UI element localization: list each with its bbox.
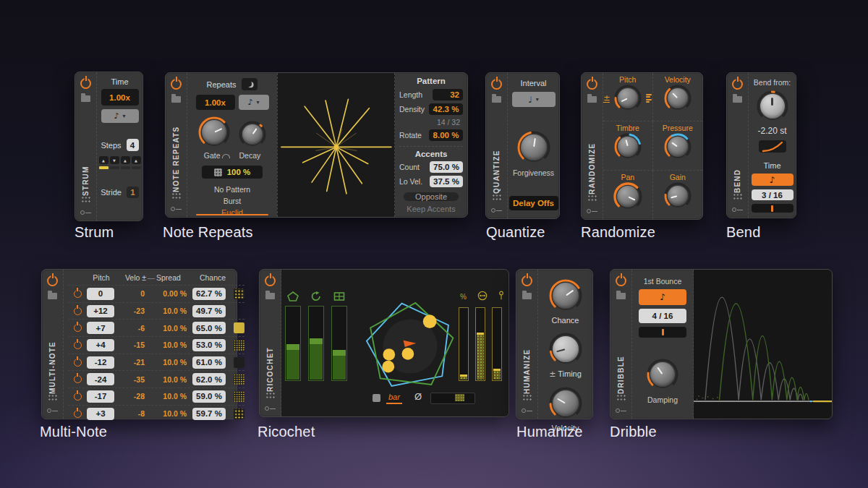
note-power-icon[interactable] bbox=[74, 307, 82, 315]
note-pattern-chip[interactable] bbox=[234, 340, 244, 351]
note-pattern-chip[interactable] bbox=[234, 288, 244, 299]
output-routing-icon[interactable] bbox=[587, 207, 597, 213]
output-routing-icon[interactable] bbox=[522, 407, 532, 413]
time-base-dropdown[interactable]: ♪ ▾ bbox=[101, 109, 139, 123]
step-button-1[interactable]: ▲ bbox=[99, 156, 109, 164]
shape-slider[interactable] bbox=[285, 306, 301, 381]
bend-amount-knob[interactable] bbox=[756, 90, 789, 123]
bend-curve-button[interactable] bbox=[759, 140, 786, 153]
stride-value-box[interactable]: 1 bbox=[127, 187, 139, 198]
chance-box[interactable]: 65.0 % bbox=[192, 322, 226, 334]
length-value-box[interactable]: 32 bbox=[433, 89, 463, 100]
note-power-icon[interactable] bbox=[74, 359, 82, 367]
pin-icon[interactable] bbox=[495, 291, 507, 301]
velo-value[interactable]: -21 bbox=[114, 358, 145, 367]
remote-controls-icon[interactable] bbox=[81, 196, 90, 203]
power-icon[interactable] bbox=[522, 275, 532, 286]
velo-value[interactable]: -6 bbox=[114, 324, 145, 333]
output-routing-icon[interactable] bbox=[491, 207, 502, 213]
output-routing-icon[interactable] bbox=[47, 407, 58, 413]
shape-pentagon-icon[interactable] bbox=[287, 291, 299, 301]
step-slot-active[interactable] bbox=[99, 166, 109, 169]
power-icon[interactable] bbox=[171, 79, 182, 90]
interval-dropdown[interactable]: ♩ ▾ bbox=[512, 92, 556, 107]
spread-value[interactable]: 10.0 % bbox=[145, 307, 187, 315]
power-icon[interactable] bbox=[47, 275, 58, 286]
chance-box[interactable]: 53.0 % bbox=[192, 339, 226, 351]
preset-folder-icon[interactable] bbox=[81, 95, 90, 102]
time-division-box[interactable]: 3 / 16 bbox=[752, 189, 793, 200]
chance-fader[interactable] bbox=[459, 307, 469, 381]
note-pattern-chip[interactable] bbox=[234, 306, 244, 317]
rate-value-box[interactable]: 1.00x bbox=[196, 95, 235, 110]
remote-controls-icon[interactable] bbox=[492, 194, 501, 201]
opposite-button[interactable]: Opposite bbox=[404, 192, 459, 201]
pitch-box[interactable]: 0 bbox=[87, 288, 114, 300]
pitch-box[interactable]: +12 bbox=[87, 305, 114, 317]
velocity-knob[interactable] bbox=[548, 386, 583, 421]
lo-vel-value-box[interactable]: 37.5 % bbox=[430, 176, 463, 187]
note-power-icon[interactable] bbox=[74, 290, 82, 298]
spread-value[interactable]: 10.0 % bbox=[145, 341, 187, 349]
pitch-box[interactable]: +4 bbox=[87, 339, 114, 351]
power-icon[interactable] bbox=[491, 79, 502, 90]
chance-box[interactable]: 61.0 % bbox=[192, 356, 226, 369]
gate-knob[interactable] bbox=[197, 116, 231, 149]
spread-value[interactable]: 10.0 % bbox=[145, 324, 187, 333]
forgiveness-knob[interactable] bbox=[516, 130, 551, 165]
ricochet-arena[interactable] bbox=[357, 294, 463, 399]
spread-value[interactable]: 0.00 % bbox=[145, 289, 187, 298]
time-value-box[interactable]: 1.00x bbox=[101, 89, 139, 106]
velo-value[interactable]: -28 bbox=[114, 392, 145, 401]
phase-indicator[interactable] bbox=[752, 204, 793, 213]
velo-value[interactable]: -35 bbox=[114, 375, 145, 384]
dice-icon[interactable] bbox=[373, 394, 380, 402]
remote-controls-icon[interactable] bbox=[616, 394, 626, 401]
pitch-box[interactable]: -17 bbox=[87, 390, 114, 403]
mode-euclid-selected[interactable]: Euclid bbox=[221, 208, 243, 217]
note-pattern-chip[interactable] bbox=[234, 322, 244, 333]
chance-box[interactable]: 59.0 % bbox=[192, 390, 226, 403]
spread-value[interactable]: 10.0 % bbox=[145, 375, 187, 384]
velo-value[interactable]: -8 bbox=[114, 409, 145, 418]
repeat-chance-box[interactable]: 100 % bbox=[202, 166, 263, 179]
spread-value[interactable]: 10.0 % bbox=[145, 392, 187, 401]
pressure-knob[interactable] bbox=[663, 132, 692, 161]
time-sync-button[interactable]: ♪ bbox=[752, 174, 793, 186]
grid-size-icon[interactable] bbox=[333, 291, 345, 301]
bipolar-icon[interactable]: ± bbox=[603, 95, 610, 103]
spread-value[interactable]: 10.0 % bbox=[145, 409, 187, 418]
phase-null-icon[interactable]: Ø bbox=[414, 391, 422, 402]
note-pattern-chip[interactable] bbox=[234, 391, 244, 402]
distribution-icon[interactable] bbox=[646, 94, 652, 103]
spread-fader[interactable] bbox=[475, 307, 485, 381]
note-power-icon[interactable] bbox=[74, 410, 82, 418]
velo-value[interactable]: -23 bbox=[114, 307, 145, 315]
count-value-box[interactable]: 75.0 % bbox=[430, 161, 463, 173]
preset-folder-icon[interactable] bbox=[522, 293, 532, 299]
bend-value[interactable]: -2.20 st bbox=[757, 126, 786, 136]
timbre-knob[interactable] bbox=[613, 132, 642, 161]
preset-folder-icon[interactable] bbox=[492, 96, 501, 103]
preset-folder-icon[interactable] bbox=[587, 96, 597, 103]
chance-box[interactable]: 62.0 % bbox=[192, 373, 226, 385]
chance-box[interactable]: 49.7 % bbox=[192, 305, 226, 317]
chance-box[interactable]: 59.7 % bbox=[192, 408, 226, 420]
power-icon[interactable] bbox=[732, 79, 743, 90]
gravity-fader[interactable] bbox=[492, 307, 502, 381]
delay-offs-button[interactable]: Delay Offs bbox=[509, 196, 558, 210]
spread-circle-icon[interactable] bbox=[477, 291, 488, 301]
velo-value[interactable]: 0 bbox=[114, 289, 145, 298]
step-slot[interactable] bbox=[110, 166, 119, 169]
chance-box[interactable]: 62.7 % bbox=[192, 288, 226, 300]
note-power-icon[interactable] bbox=[74, 375, 82, 383]
remote-controls-icon[interactable] bbox=[265, 392, 275, 399]
output-routing-icon[interactable] bbox=[171, 205, 182, 211]
chance-knob[interactable] bbox=[548, 278, 583, 313]
grid-slider[interactable] bbox=[331, 306, 347, 381]
spread-value[interactable]: 10.0 % bbox=[145, 358, 187, 367]
preset-folder-icon[interactable] bbox=[265, 293, 275, 299]
preset-folder-icon[interactable] bbox=[48, 293, 57, 299]
note-power-icon[interactable] bbox=[74, 324, 82, 332]
rotation-slider[interactable] bbox=[308, 306, 324, 381]
